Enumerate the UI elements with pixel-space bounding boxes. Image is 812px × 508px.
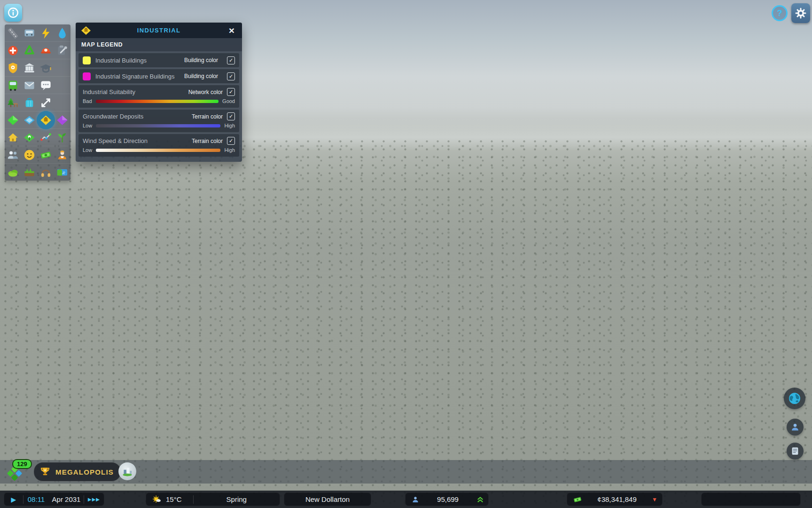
milestone-level: 129 (12, 459, 32, 469)
weather-pill[interactable]: 15°C Spring (146, 492, 280, 506)
infoview-administration-button[interactable] (23, 62, 36, 74)
close-icon[interactable]: × (226, 25, 237, 36)
infoview-outside-connections-button[interactable] (39, 96, 52, 109)
legend-max-label: High (224, 147, 235, 153)
infoview-districts-button[interactable] (23, 131, 36, 144)
city-info-button[interactable] (118, 462, 136, 480)
infoview-education-button[interactable] (39, 62, 52, 74)
infoview-transit-station-button[interactable] (23, 27, 36, 40)
legend-label: Groundwater Deposits (83, 113, 192, 120)
legend-label: Industrial Signature Buildings (95, 73, 180, 80)
legend-color-type: Network color (188, 89, 223, 95)
infoview-ground-pollution-button[interactable] (23, 166, 36, 179)
legend-min-label: Bad (83, 98, 92, 104)
infoview-workplaces-button[interactable] (56, 149, 69, 161)
panel-header: INDUSTRIAL × (76, 23, 242, 38)
infoview-population-button[interactable] (7, 149, 19, 161)
infoview-statistics-button[interactable] (39, 131, 52, 144)
gear-icon (795, 7, 807, 19)
city-buildings-icon (121, 465, 133, 477)
legend-color-type: Building color (184, 73, 218, 79)
infoview-economy-button[interactable] (39, 149, 52, 161)
info-button[interactable] (4, 4, 22, 22)
trophy-icon (39, 466, 51, 478)
city-achievement-pill[interactable]: MEGALOPOLIS (34, 462, 121, 481)
happiness-pill[interactable] (701, 492, 801, 506)
journal-button[interactable] (787, 443, 804, 460)
status-bar: ▶ 08:11 Apr 2031 ▶▶▶ 15°C Spring New Dol… (0, 491, 812, 508)
legend-checkbox[interactable]: ✓ (227, 112, 235, 120)
population-pill[interactable]: 95,699 (405, 492, 489, 506)
infoview-communications-button[interactable] (39, 79, 52, 92)
infoview-commercial-zones-button[interactable] (23, 114, 36, 127)
legend-label: Industrial Buildings (95, 57, 180, 64)
infoview-row (5, 59, 70, 76)
infoview-electricity-button[interactable] (39, 27, 52, 40)
infoview-water-button[interactable] (56, 27, 69, 40)
infoview-garbage-button[interactable] (23, 44, 36, 57)
legend-checkbox[interactable]: ✓ (227, 137, 235, 145)
infoview-row (5, 111, 70, 128)
journal-icon (790, 446, 800, 456)
legend-row: Industrial Signature BuildingsBuilding c… (78, 69, 239, 83)
panel-title: INDUSTRIAL (92, 27, 226, 34)
infoview-happiness-button[interactable] (23, 149, 36, 161)
infoview-residential-zones-button[interactable] (7, 114, 19, 127)
city-name: New Dollarton (305, 495, 350, 503)
legend-swatch (83, 72, 91, 80)
help-button[interactable]: ? (772, 5, 788, 21)
temperature: 15°C (166, 495, 182, 503)
time-controls: ▶ 08:11 Apr 2031 ▶▶▶ (4, 492, 104, 506)
legend-checkbox[interactable]: ✓ (227, 72, 235, 80)
infoview-parks-recreation-button[interactable] (7, 96, 19, 109)
season: Spring (194, 495, 280, 503)
infoview-water-pollution-button[interactable] (56, 166, 69, 179)
money-value: ¢38,341,849 (582, 495, 652, 503)
infoview-fire-rescue-button[interactable] (39, 44, 52, 57)
legend-checkbox[interactable]: ✓ (227, 88, 235, 96)
infoview-sidebar (5, 24, 70, 181)
forest-texture (0, 137, 812, 508)
city-name-pill[interactable]: New Dollarton (284, 492, 371, 506)
infoview-air-pollution-button[interactable] (7, 166, 19, 179)
infoview-row (5, 128, 70, 146)
infoview-tourism-button[interactable] (23, 96, 36, 109)
infoview-row (5, 146, 70, 163)
infoview-land-value-button[interactable] (7, 131, 19, 144)
industrial-zone-icon (80, 25, 92, 36)
citizen-count-icon (411, 495, 420, 504)
legend-gradient-bar (96, 124, 220, 127)
map-overview-button[interactable] (784, 388, 805, 409)
infoview-maintenance-button[interactable] (56, 44, 69, 57)
infoview-transportation-button[interactable] (7, 79, 19, 92)
infoview-greenery-button[interactable] (56, 131, 69, 144)
play-button[interactable]: ▶ (4, 496, 23, 503)
infoview-roads-button[interactable] (7, 27, 19, 40)
legend-row: Industrial SuitabilityNetwork color✓BadG… (78, 85, 239, 108)
legend-gradient-bar (96, 100, 219, 103)
infoview-noise-pollution-button[interactable] (39, 166, 52, 179)
citizen-button[interactable] (787, 419, 804, 436)
infoview-row (5, 76, 70, 94)
settings-button[interactable] (791, 3, 810, 23)
person-icon (790, 422, 800, 432)
infoview-healthcare-button[interactable] (7, 44, 19, 57)
milestone-badge[interactable]: 129 (6, 461, 34, 483)
legend-label: Industrial Suitability (83, 88, 188, 95)
map-legend-title: MAP LEGEND (76, 38, 242, 51)
industrial-panel: INDUSTRIAL × MAP LEGEND Industrial Build… (76, 23, 242, 162)
infoview-office-zones-button[interactable] (56, 114, 69, 127)
infoview-post-button[interactable] (23, 79, 36, 92)
legend-label: Wind Speed & Direction (83, 137, 192, 144)
legend-min-label: Low (83, 147, 92, 153)
money-pill[interactable]: ¢38,341,849 ▼ (567, 492, 663, 506)
game-screen: INDUSTRIAL × MAP LEGEND Industrial Build… (0, 0, 812, 508)
legend-max-label: High (224, 123, 235, 128)
date: Apr 2031 (49, 495, 84, 503)
infoview-industrial-button[interactable] (39, 114, 52, 127)
info-icon (7, 7, 19, 19)
infoview-police-button[interactable] (7, 62, 19, 74)
legend-checkbox[interactable]: ✓ (227, 56, 235, 64)
fast-forward-button[interactable]: ▶▶▶ (84, 497, 104, 502)
question-icon: ? (777, 8, 782, 18)
